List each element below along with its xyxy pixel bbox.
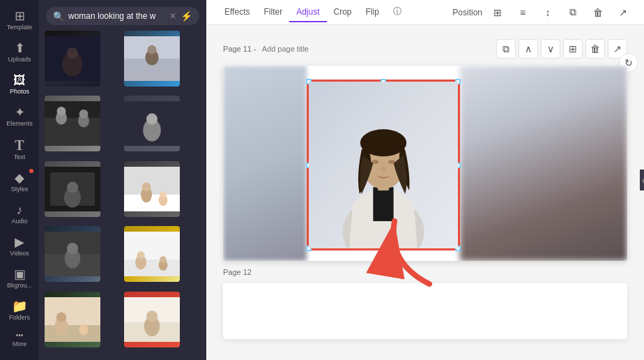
svg-rect-17 [50, 172, 95, 206]
bg-image-right [460, 66, 627, 261]
page-11-canvas[interactable]: ↻ [223, 66, 627, 261]
photo-item[interactable] [45, 161, 100, 217]
duplicate-icon: ⧉ [569, 6, 576, 18]
sidebar-item-label: Styles [11, 186, 29, 193]
move-down-btn[interactable]: ∨ [541, 39, 560, 59]
sidebar-item-text[interactable]: T Text [0, 134, 39, 165]
svg-point-40 [79, 324, 89, 335]
search-bar[interactable]: 🔍 ✕ ⚡ [46, 7, 199, 25]
photo-item[interactable] [45, 31, 100, 87]
sidebar-item-label: Audio [11, 218, 27, 225]
selected-photo [309, 82, 458, 248]
toolbar-duplicate-btn[interactable]: ⧉ [563, 3, 583, 22]
filter-icon[interactable]: ⚡ [181, 10, 192, 22]
svg-point-35 [160, 256, 167, 263]
svg-point-43 [144, 316, 159, 336]
duplicate-page-btn[interactable]: ⊞ [563, 39, 583, 59]
text-icon: T [15, 138, 24, 152]
page-12-canvas[interactable] [223, 283, 627, 339]
toolbar-export-btn[interactable]: ↗ [613, 3, 633, 22]
svg-rect-13 [124, 101, 180, 146]
photo-item[interactable] [124, 226, 180, 282]
svg-point-53 [388, 160, 395, 164]
more-page-icon: ↗ [613, 43, 622, 54]
sidebar-item-photos[interactable]: 🖼 Photos [0, 70, 39, 99]
audio-icon: ♪ [17, 204, 23, 216]
svg-rect-7 [45, 101, 100, 146]
photo-item[interactable] [45, 96, 100, 151]
page-11-actions: ⧉ ∧ ∨ ⊞ 🗑 ↗ [496, 39, 627, 59]
styles-icon: ◆ [15, 172, 24, 184]
move-up-btn[interactable]: ∧ [519, 39, 538, 59]
svg-point-39 [56, 312, 66, 322]
chevron-icon: ❮ [641, 177, 644, 184]
canvas-area[interactable]: ↻ Page 11 - ⧉ ∧ ∨ [206, 25, 644, 360]
elements-icon: ✦ [15, 106, 25, 119]
photo-item[interactable] [45, 292, 100, 347]
photo-item[interactable] [124, 31, 180, 87]
sidebar-item-background[interactable]: ▣ Bkgrou... [0, 264, 39, 293]
svg-point-1 [63, 52, 83, 76]
sidebar-item-label: Text [14, 153, 26, 160]
toolbar-distribute-btn[interactable]: ↕ [538, 3, 558, 22]
toolbar-grid-btn[interactable]: ⊞ [488, 3, 507, 22]
svg-point-24 [158, 195, 167, 206]
svg-rect-3 [124, 36, 180, 81]
svg-point-12 [79, 110, 89, 119]
uploads-icon: ⬆ [15, 42, 25, 54]
page-11-label: Page 11 - [223, 45, 256, 53]
photo-grid [39, 31, 206, 360]
toolbar-right: Position ⊞ ≡ ↕ ⧉ 🗑 ↗ [452, 3, 633, 22]
photo-item[interactable] [45, 226, 100, 282]
photo-thumbnail-svg [124, 31, 180, 87]
svg-rect-36 [45, 297, 100, 342]
sidebar-item-more[interactable]: ••• More [0, 328, 39, 352]
selected-image-wrapper[interactable]: ↻ [307, 80, 460, 250]
svg-point-52 [371, 160, 378, 164]
page-title-input[interactable] [262, 45, 358, 53]
sidebar-item-uploads[interactable]: ⬆ Uploads [0, 38, 39, 67]
tab-info[interactable]: ⓘ [386, 1, 408, 23]
photo-item[interactable] [124, 96, 180, 151]
delete-page-icon: 🗑 [590, 43, 600, 54]
tab-adjust[interactable]: Adjust [289, 3, 326, 22]
toolbar-align-btn[interactable]: ≡ [513, 3, 532, 22]
tab-effects[interactable]: Effects [217, 3, 256, 22]
toolbar-delete-btn[interactable]: 🗑 [588, 3, 608, 22]
photo-thumbnail-svg [124, 226, 180, 282]
sidebar-item-audio[interactable]: ♪ Audio [0, 200, 39, 229]
photo-thumbnail-svg [45, 96, 100, 151]
sidebar-item-label: Folders [9, 314, 30, 321]
search-input[interactable] [68, 11, 165, 21]
sidebar-item-label: Template [7, 24, 33, 31]
copy-icon: ⧉ [503, 43, 509, 55]
sidebar-item-videos[interactable]: ▶ Videos [0, 232, 39, 261]
tab-crop[interactable]: Crop [327, 3, 359, 22]
sidebar-item-elements[interactable]: ✦ Elements [0, 102, 39, 131]
photo-thumbnail-svg [124, 161, 180, 217]
delete-page-btn[interactable]: 🗑 [585, 39, 605, 59]
clear-search-icon[interactable]: ✕ [169, 11, 176, 21]
align-icon: ≡ [520, 7, 526, 18]
editor-area: Effects Filter Adjust Crop Flip ⓘ Positi… [206, 0, 644, 360]
photo-item[interactable] [124, 292, 180, 347]
photo-thumbnail-svg [45, 161, 100, 217]
svg-rect-4 [124, 59, 180, 81]
copy-page-btn[interactable]: ⧉ [496, 39, 516, 59]
photo-item[interactable] [124, 161, 180, 217]
videos-icon: ▶ [15, 236, 24, 248]
rotate-handle[interactable]: ↻ [378, 251, 389, 261]
sidebar-item-folders[interactable]: 📁 Folders [0, 296, 39, 325]
tab-flip[interactable]: Flip [359, 3, 386, 22]
page-12-label-row: Page 12 [223, 268, 627, 276]
svg-point-44 [146, 310, 158, 322]
panel-expand-handle[interactable]: ❮ [640, 170, 644, 190]
svg-point-2 [67, 47, 78, 59]
svg-point-10 [57, 107, 66, 116]
svg-point-15 [146, 114, 158, 125]
sidebar: ⊞ Template ⬆ Uploads 🖼 Photos ✦ Elements… [0, 0, 39, 360]
background-icon: ▣ [14, 268, 26, 280]
search-icon: 🔍 [53, 11, 64, 22]
tab-filter[interactable]: Filter [256, 3, 289, 22]
sidebar-item-templates[interactable]: ⊞ Template [0, 6, 39, 35]
